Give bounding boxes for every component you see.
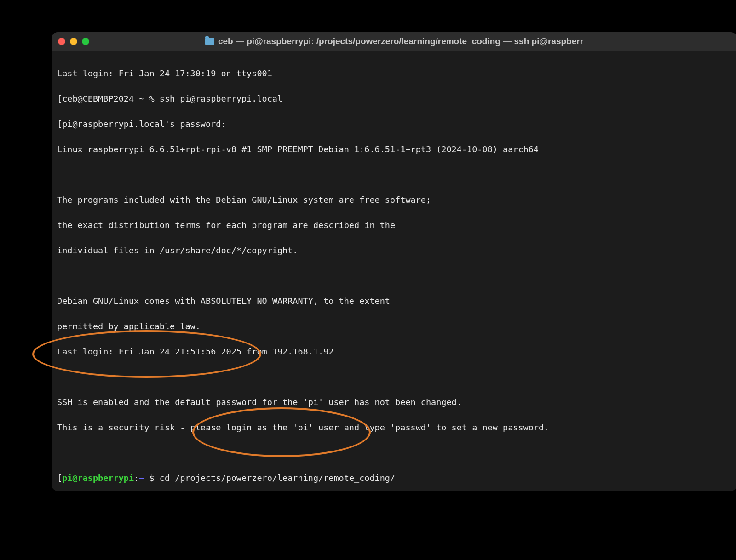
blank (57, 168, 731, 181)
ssh-warning-1: SSH is enabled and the default password … (57, 396, 731, 409)
window-titlebar[interactable]: ceb — pi@raspberrypi: /projects/powerzer… (52, 32, 736, 51)
prompt-userhost: pi@raspberrypi (62, 473, 134, 483)
prompt-dollar: $ (144, 473, 159, 483)
prompt-colon: : (134, 473, 139, 483)
blank (57, 446, 731, 459)
minimize-icon[interactable] (70, 38, 77, 45)
prompt-path: ~ (139, 473, 144, 483)
traffic-lights (58, 38, 89, 45)
motd-line-1: The programs included with the Debian GN… (57, 194, 731, 206)
last-login-remote: Last login: Fri Jan 24 21:51:56 2025 fro… (57, 345, 731, 358)
window-title-text: ceb — pi@raspberrypi: /projects/powerzer… (218, 36, 583, 46)
cmd-cd: cd /projects/powerzero/learning/remote_c… (160, 473, 395, 483)
last-login-local: Last login: Fri Jan 24 17:30:19 on ttys0… (57, 67, 731, 80)
motd-line-2: the exact distribution terms for each pr… (57, 219, 731, 232)
window-title: ceb — pi@raspberrypi: /projects/powerzer… (52, 36, 736, 46)
password-prompt: [pi@raspberrypi.local's password: (57, 118, 731, 131)
screenshot-stage: ceb — pi@raspberrypi: /projects/powerzer… (0, 0, 736, 560)
motd-line-5: permitted by applicable law. (57, 320, 731, 333)
local-prompt: [ceb@CEBMBP2024 ~ % (57, 94, 160, 103)
zoom-icon[interactable] (82, 38, 89, 45)
ssh-command: ssh pi@raspberrypi.local (160, 94, 282, 103)
prompt-cd: [pi@raspberrypi:~ $ cd /projects/powerze… (57, 472, 731, 485)
blank (57, 371, 731, 383)
motd-line-4: Debian GNU/Linux comes with ABSOLUTELY N… (57, 295, 731, 308)
prompt-bracket: [ (57, 473, 62, 483)
folder-icon (205, 38, 214, 45)
uname-line: Linux raspberrypi 6.6.51+rpt-rpi-v8 #1 S… (57, 143, 731, 156)
close-icon[interactable] (58, 38, 65, 45)
blank (57, 269, 731, 282)
ssh-warning-2: This is a security risk - please login a… (57, 421, 731, 434)
ssh-command-line: [ceb@CEBMBP2024 ~ % ssh pi@raspberrypi.l… (57, 92, 731, 105)
motd-line-3: individual files in /usr/share/doc/*/cop… (57, 244, 731, 257)
terminal-window: ceb — pi@raspberrypi: /projects/powerzer… (52, 32, 736, 491)
terminal-content[interactable]: Last login: Fri Jan 24 17:30:19 on ttys0… (52, 51, 736, 491)
